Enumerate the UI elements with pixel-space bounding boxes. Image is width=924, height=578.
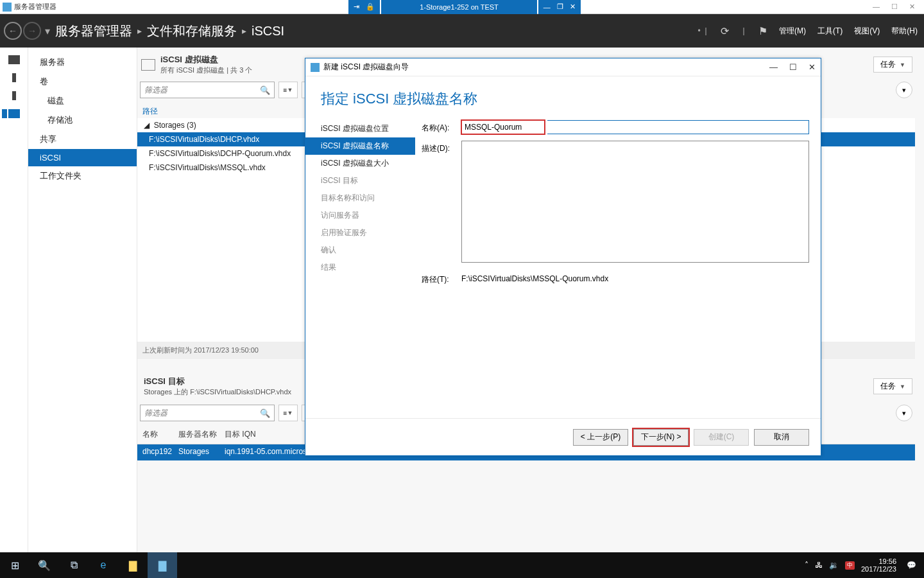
nav-pools[interactable]: 存储池 bbox=[28, 110, 137, 130]
tray-volume-icon[interactable]: 🔉 bbox=[829, 561, 839, 570]
menu-help[interactable]: 帮助(H) bbox=[891, 26, 918, 37]
col-name[interactable]: 名称 bbox=[142, 429, 178, 440]
nav-shares[interactable]: 共享 bbox=[28, 130, 137, 149]
tray-network-icon[interactable]: 🖧 bbox=[815, 561, 823, 570]
nav-forward-button[interactable]: → bbox=[23, 22, 41, 40]
step-name[interactable]: iSCSI 虚拟磁盘名称 bbox=[305, 137, 415, 155]
tray-clock[interactable]: 19:56 2017/12/23 bbox=[861, 557, 900, 573]
search-icon[interactable]: 🔍 bbox=[260, 408, 270, 418]
nav-back-button[interactable]: ← bbox=[4, 22, 22, 40]
step-location[interactable]: iSCSI 虚拟磁盘位置 bbox=[321, 120, 418, 137]
wizard-footer: < 上一步(P) 下一步(N) > 创建(C) 取消 bbox=[305, 418, 821, 455]
tasks-label: 任务 bbox=[880, 381, 896, 392]
nav-disks[interactable]: 磁盘 bbox=[28, 91, 137, 110]
step-confirm: 确认 bbox=[321, 241, 418, 259]
strip-disks-icon[interactable] bbox=[12, 91, 16, 100]
search-button[interactable]: 🔍 bbox=[30, 552, 59, 578]
filter-options-1[interactable]: ≡ ▼ bbox=[278, 82, 298, 98]
taskview-button[interactable]: ⧉ bbox=[59, 552, 89, 578]
desc-textarea[interactable] bbox=[461, 141, 809, 263]
prev-button[interactable]: < 上一步(P) bbox=[573, 429, 628, 446]
strip-volumes-icon[interactable] bbox=[12, 73, 16, 82]
menu-view[interactable]: 视图(V) bbox=[854, 26, 880, 37]
vm-toolbar-icons[interactable]: ⇥ 🔒 bbox=[348, 0, 380, 14]
panel-back-icon[interactable] bbox=[141, 59, 155, 71]
tray-up-icon[interactable]: ˄ bbox=[805, 561, 809, 570]
name-input[interactable] bbox=[461, 120, 545, 134]
tray-notifications-icon[interactable]: 💬 bbox=[907, 561, 916, 570]
nav-volumes[interactable]: 卷 bbox=[28, 72, 137, 91]
step-auth: 启用验证服务 bbox=[321, 224, 418, 241]
disks-filter-input-wrap[interactable]: 🔍 bbox=[140, 82, 275, 98]
step-access: 访问服务器 bbox=[321, 207, 418, 224]
disks-panel-title: iSCSI 虚拟磁盘 bbox=[160, 54, 252, 66]
col-server[interactable]: 服务器名称 bbox=[178, 429, 225, 440]
tasks-label: 任务 bbox=[880, 59, 896, 70]
strip-storage-icon[interactable] bbox=[8, 109, 20, 118]
targets-filter-input-wrap[interactable]: 🔍 bbox=[140, 405, 275, 421]
targets-panel-subtitle: Storages 上的 F:\iSCSIVirtualDisks\DHCP.vh… bbox=[144, 387, 291, 397]
breadcrumb-section[interactable]: 文件和存储服务 bbox=[147, 22, 237, 40]
cancel-button[interactable]: 取消 bbox=[754, 429, 809, 446]
wizard-close-icon[interactable]: ✕ bbox=[809, 62, 816, 72]
wizard-maximize-icon[interactable]: ☐ bbox=[789, 62, 797, 72]
nav-servers[interactable]: 服务器 bbox=[28, 53, 137, 72]
strip-servers-icon[interactable] bbox=[8, 55, 20, 64]
wizard-minimize-icon[interactable]: — bbox=[769, 62, 778, 72]
breadcrumb: 服务器管理器 ▸ 文件和存储服务 ▸ iSCSI bbox=[55, 22, 284, 40]
search-icon[interactable]: 🔍 bbox=[260, 85, 270, 95]
lock-icon[interactable]: 🔒 bbox=[366, 3, 375, 11]
tray-ime-badge[interactable]: 中 bbox=[845, 561, 855, 570]
targets-panel-title: iSCSI 目标 bbox=[144, 376, 291, 387]
iscsi-wizard-dialog: 新建 iSCSI 虚拟磁盘向导 — ☐ ✕ 指定 iSCSI 虚拟磁盘名称 iS… bbox=[305, 58, 821, 456]
vm-title: 1-Storage1-252 on TEST bbox=[381, 0, 537, 14]
create-button: 创建(C) bbox=[694, 429, 749, 446]
breadcrumb-page[interactable]: iSCSI bbox=[252, 24, 284, 39]
name-label: 名称(A): bbox=[422, 120, 456, 134]
host-app-title: 服务器管理器 bbox=[14, 2, 56, 12]
host-titlebar: 服务器管理器 ⇥ 🔒 1-Storage1-252 on TEST — ❐ ✕ … bbox=[0, 0, 924, 14]
step-target: iSCSI 目标 bbox=[321, 172, 418, 189]
targets-filter-input[interactable] bbox=[144, 408, 260, 417]
taskbar-explorer-icon[interactable]: ▇ bbox=[118, 552, 148, 578]
refresh-dropdown[interactable]: • ❘ bbox=[697, 26, 709, 35]
expand-toggle[interactable]: ▾ bbox=[896, 82, 912, 98]
side-nav: 服务器 卷 磁盘 存储池 共享 iSCSI 工作文件夹 bbox=[28, 48, 137, 552]
pin-icon[interactable]: ⇥ bbox=[354, 3, 359, 11]
breadcrumb-root[interactable]: 服务器管理器 bbox=[55, 22, 132, 40]
host-maximize-icon[interactable]: ☐ bbox=[891, 3, 898, 11]
disks-panel-subtitle: 所有 iSCSI 虚拟磁盘 | 共 3 个 bbox=[160, 66, 252, 75]
nav-history-dropdown[interactable]: ▾ bbox=[45, 25, 50, 37]
next-button[interactable]: 下一步(N) > bbox=[633, 429, 689, 446]
vm-restore-icon[interactable]: ❐ bbox=[557, 3, 563, 11]
disks-tasks-dropdown[interactable]: 任务 ▼ bbox=[873, 57, 912, 73]
nav-workfolders[interactable]: 工作文件夹 bbox=[28, 166, 137, 186]
menu-tools[interactable]: 工具(T) bbox=[817, 26, 843, 37]
step-result: 结果 bbox=[321, 259, 418, 276]
host-close-icon[interactable]: ✕ bbox=[909, 3, 915, 11]
taskbar-servermanager-icon[interactable]: ▇ bbox=[148, 552, 177, 578]
tray-time: 19:56 bbox=[861, 557, 896, 565]
wizard-icon bbox=[311, 63, 320, 72]
wizard-form: 名称(A): 描述(D): 路径(T): F:\iSCSIVirtualDisk… bbox=[418, 120, 821, 418]
refresh-icon[interactable]: ⟳ bbox=[721, 25, 729, 37]
step-targetname: 目标名称和访问 bbox=[321, 189, 418, 207]
flag-icon[interactable]: ⚑ bbox=[758, 25, 767, 37]
vm-close-icon[interactable]: ✕ bbox=[570, 3, 576, 11]
wizard-titlebar[interactable]: 新建 iSCSI 虚拟磁盘向导 — ☐ ✕ bbox=[305, 58, 821, 76]
filter-options-1[interactable]: ≡ ▼ bbox=[278, 405, 298, 421]
section-icon-strip bbox=[0, 48, 28, 552]
start-button[interactable]: ⊞ bbox=[0, 552, 30, 578]
taskbar: ⊞ 🔍 ⧉ e ▇ ▇ ˄ 🖧 🔉 中 19:56 2017/12/23 💬 bbox=[0, 552, 924, 578]
vm-minimize-icon[interactable]: — bbox=[543, 3, 551, 11]
vm-window-controls[interactable]: — ❐ ✕ bbox=[538, 0, 581, 14]
targets-tasks-dropdown[interactable]: 任务 ▼ bbox=[873, 378, 912, 394]
expand-toggle[interactable]: ▾ bbox=[896, 405, 912, 421]
host-minimize-icon[interactable]: — bbox=[873, 3, 880, 11]
menu-manage[interactable]: 管理(M) bbox=[779, 26, 806, 37]
wizard-window-title: 新建 iSCSI 虚拟磁盘向导 bbox=[323, 62, 409, 73]
taskbar-ie-icon[interactable]: e bbox=[89, 552, 118, 578]
step-size[interactable]: iSCSI 虚拟磁盘大小 bbox=[321, 155, 418, 172]
disks-filter-input[interactable] bbox=[144, 85, 260, 94]
nav-iscsi[interactable]: iSCSI bbox=[28, 149, 137, 166]
